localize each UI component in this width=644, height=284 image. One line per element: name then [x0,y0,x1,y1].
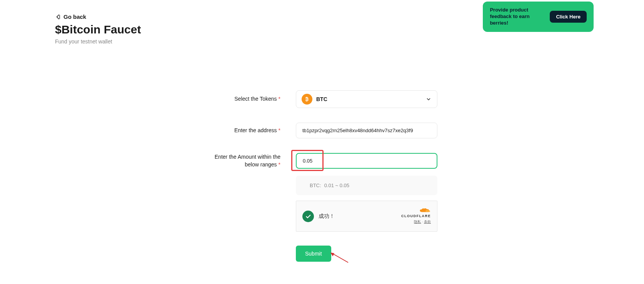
amount-label: Enter the Amount within the below ranges… [207,153,284,168]
captcha-success-text: 成功！ [319,213,335,220]
address-label: Enter the address* [207,127,284,135]
token-selected-value: BTC [316,96,422,102]
check-circle-icon [302,211,314,222]
range-label: BTC: [310,183,321,188]
feedback-text: Provide product feedback to earn berries… [490,7,544,27]
feedback-banner: Provide product feedback to earn berries… [483,2,594,32]
range-info-box: BTC: 0.01 ~ 0.05 [296,176,437,195]
page-subtitle: Fund your testnet wallet [55,38,141,45]
page-title: $Bitcoin Faucet [55,23,141,36]
address-input[interactable] [296,123,437,138]
arrow-annotation-icon [330,252,349,263]
arrow-left-icon [55,14,61,20]
cloudflare-cloud-icon [419,208,431,213]
token-label: Select the Tokens* [207,95,284,103]
go-back-link[interactable]: Go back [55,13,141,20]
token-select[interactable]: BTC [296,90,437,108]
cloudflare-label: CLOUDFLARE [401,214,431,218]
range-value: 0.01 ~ 0.05 [324,183,349,188]
svg-line-1 [332,253,348,262]
cloudflare-brand: CLOUDFLARE 隐私 · 条款 [401,208,431,224]
submit-button[interactable]: Submit [296,246,331,262]
go-back-label: Go back [63,13,86,20]
captcha-widget: 成功！ CLOUDFLARE 隐私 · 条款 [296,201,437,232]
feedback-click-here-button[interactable]: Click Here [550,11,587,23]
amount-input[interactable] [296,153,437,169]
bitcoin-icon [302,94,312,105]
cloudflare-links[interactable]: 隐私 · 条款 [414,219,431,224]
chevron-down-icon [425,96,432,102]
